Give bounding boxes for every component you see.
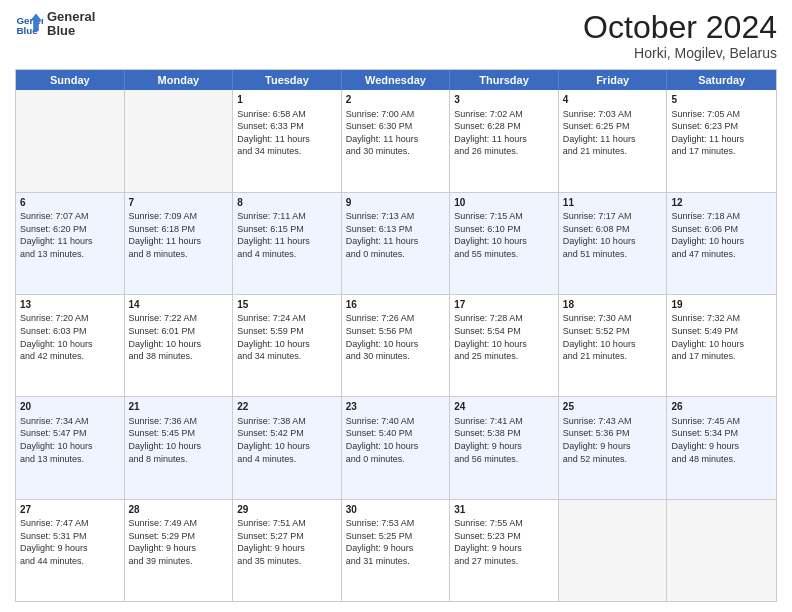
day-number: 28 bbox=[129, 503, 229, 517]
day-number: 15 bbox=[237, 298, 337, 312]
calendar-cell: 18Sunrise: 7:30 AM Sunset: 5:52 PM Dayli… bbox=[559, 295, 668, 396]
calendar-cell bbox=[16, 90, 125, 191]
calendar-cell: 1Sunrise: 6:58 AM Sunset: 6:33 PM Daylig… bbox=[233, 90, 342, 191]
cell-info: Sunrise: 7:05 AM Sunset: 6:23 PM Dayligh… bbox=[671, 108, 772, 158]
cell-info: Sunrise: 7:36 AM Sunset: 5:45 PM Dayligh… bbox=[129, 415, 229, 465]
cell-info: Sunrise: 7:34 AM Sunset: 5:47 PM Dayligh… bbox=[20, 415, 120, 465]
calendar-header-cell: Thursday bbox=[450, 70, 559, 90]
cell-info: Sunrise: 7:18 AM Sunset: 6:06 PM Dayligh… bbox=[671, 210, 772, 260]
calendar-cell: 5Sunrise: 7:05 AM Sunset: 6:23 PM Daylig… bbox=[667, 90, 776, 191]
calendar-cell: 3Sunrise: 7:02 AM Sunset: 6:28 PM Daylig… bbox=[450, 90, 559, 191]
cell-info: Sunrise: 7:24 AM Sunset: 5:59 PM Dayligh… bbox=[237, 312, 337, 362]
cell-info: Sunrise: 7:30 AM Sunset: 5:52 PM Dayligh… bbox=[563, 312, 663, 362]
calendar-cell: 27Sunrise: 7:47 AM Sunset: 5:31 PM Dayli… bbox=[16, 500, 125, 601]
cell-info: Sunrise: 7:17 AM Sunset: 6:08 PM Dayligh… bbox=[563, 210, 663, 260]
calendar-cell bbox=[667, 500, 776, 601]
day-number: 25 bbox=[563, 400, 663, 414]
cell-info: Sunrise: 7:28 AM Sunset: 5:54 PM Dayligh… bbox=[454, 312, 554, 362]
cell-info: Sunrise: 7:40 AM Sunset: 5:40 PM Dayligh… bbox=[346, 415, 446, 465]
calendar-cell: 30Sunrise: 7:53 AM Sunset: 5:25 PM Dayli… bbox=[342, 500, 451, 601]
day-number: 1 bbox=[237, 93, 337, 107]
cell-info: Sunrise: 7:15 AM Sunset: 6:10 PM Dayligh… bbox=[454, 210, 554, 260]
cell-info: Sunrise: 7:22 AM Sunset: 6:01 PM Dayligh… bbox=[129, 312, 229, 362]
calendar-cell: 21Sunrise: 7:36 AM Sunset: 5:45 PM Dayli… bbox=[125, 397, 234, 498]
calendar-cell: 29Sunrise: 7:51 AM Sunset: 5:27 PM Dayli… bbox=[233, 500, 342, 601]
subtitle: Horki, Mogilev, Belarus bbox=[583, 45, 777, 61]
calendar-row: 6Sunrise: 7:07 AM Sunset: 6:20 PM Daylig… bbox=[16, 192, 776, 294]
cell-info: Sunrise: 7:02 AM Sunset: 6:28 PM Dayligh… bbox=[454, 108, 554, 158]
day-number: 20 bbox=[20, 400, 120, 414]
day-number: 9 bbox=[346, 196, 446, 210]
logo-icon: General Blue bbox=[15, 10, 43, 38]
cell-info: Sunrise: 7:09 AM Sunset: 6:18 PM Dayligh… bbox=[129, 210, 229, 260]
day-number: 22 bbox=[237, 400, 337, 414]
calendar-row: 1Sunrise: 6:58 AM Sunset: 6:33 PM Daylig… bbox=[16, 90, 776, 191]
cell-info: Sunrise: 7:00 AM Sunset: 6:30 PM Dayligh… bbox=[346, 108, 446, 158]
logo-text: General Blue bbox=[47, 10, 95, 39]
day-number: 2 bbox=[346, 93, 446, 107]
calendar-header-cell: Tuesday bbox=[233, 70, 342, 90]
header: General Blue General Blue October 2024 H… bbox=[15, 10, 777, 61]
day-number: 31 bbox=[454, 503, 554, 517]
title-block: October 2024 Horki, Mogilev, Belarus bbox=[583, 10, 777, 61]
logo: General Blue General Blue bbox=[15, 10, 95, 39]
main-title: October 2024 bbox=[583, 10, 777, 45]
calendar-row: 27Sunrise: 7:47 AM Sunset: 5:31 PM Dayli… bbox=[16, 499, 776, 601]
calendar-cell: 20Sunrise: 7:34 AM Sunset: 5:47 PM Dayli… bbox=[16, 397, 125, 498]
cell-info: Sunrise: 7:07 AM Sunset: 6:20 PM Dayligh… bbox=[20, 210, 120, 260]
cell-info: Sunrise: 7:45 AM Sunset: 5:34 PM Dayligh… bbox=[671, 415, 772, 465]
day-number: 14 bbox=[129, 298, 229, 312]
calendar-cell: 7Sunrise: 7:09 AM Sunset: 6:18 PM Daylig… bbox=[125, 193, 234, 294]
calendar-cell: 4Sunrise: 7:03 AM Sunset: 6:25 PM Daylig… bbox=[559, 90, 668, 191]
cell-info: Sunrise: 7:38 AM Sunset: 5:42 PM Dayligh… bbox=[237, 415, 337, 465]
calendar-cell: 26Sunrise: 7:45 AM Sunset: 5:34 PM Dayli… bbox=[667, 397, 776, 498]
calendar-cell: 14Sunrise: 7:22 AM Sunset: 6:01 PM Dayli… bbox=[125, 295, 234, 396]
day-number: 4 bbox=[563, 93, 663, 107]
calendar-header-cell: Wednesday bbox=[342, 70, 451, 90]
calendar-cell: 6Sunrise: 7:07 AM Sunset: 6:20 PM Daylig… bbox=[16, 193, 125, 294]
calendar-cell: 28Sunrise: 7:49 AM Sunset: 5:29 PM Dayli… bbox=[125, 500, 234, 601]
calendar-header-cell: Saturday bbox=[667, 70, 776, 90]
cell-info: Sunrise: 6:58 AM Sunset: 6:33 PM Dayligh… bbox=[237, 108, 337, 158]
day-number: 11 bbox=[563, 196, 663, 210]
calendar-cell: 15Sunrise: 7:24 AM Sunset: 5:59 PM Dayli… bbox=[233, 295, 342, 396]
day-number: 8 bbox=[237, 196, 337, 210]
calendar-cell: 19Sunrise: 7:32 AM Sunset: 5:49 PM Dayli… bbox=[667, 295, 776, 396]
cell-info: Sunrise: 7:43 AM Sunset: 5:36 PM Dayligh… bbox=[563, 415, 663, 465]
day-number: 6 bbox=[20, 196, 120, 210]
calendar-header-cell: Monday bbox=[125, 70, 234, 90]
calendar-row: 13Sunrise: 7:20 AM Sunset: 6:03 PM Dayli… bbox=[16, 294, 776, 396]
day-number: 19 bbox=[671, 298, 772, 312]
day-number: 10 bbox=[454, 196, 554, 210]
calendar-cell: 23Sunrise: 7:40 AM Sunset: 5:40 PM Dayli… bbox=[342, 397, 451, 498]
calendar-header-cell: Sunday bbox=[16, 70, 125, 90]
calendar-body: 1Sunrise: 6:58 AM Sunset: 6:33 PM Daylig… bbox=[16, 90, 776, 601]
page: General Blue General Blue October 2024 H… bbox=[0, 0, 792, 612]
day-number: 16 bbox=[346, 298, 446, 312]
calendar-header: SundayMondayTuesdayWednesdayThursdayFrid… bbox=[16, 70, 776, 90]
logo-line2: Blue bbox=[47, 24, 95, 38]
calendar-cell bbox=[559, 500, 668, 601]
cell-info: Sunrise: 7:51 AM Sunset: 5:27 PM Dayligh… bbox=[237, 517, 337, 567]
calendar-cell: 12Sunrise: 7:18 AM Sunset: 6:06 PM Dayli… bbox=[667, 193, 776, 294]
cell-info: Sunrise: 7:49 AM Sunset: 5:29 PM Dayligh… bbox=[129, 517, 229, 567]
cell-info: Sunrise: 7:53 AM Sunset: 5:25 PM Dayligh… bbox=[346, 517, 446, 567]
day-number: 29 bbox=[237, 503, 337, 517]
day-number: 17 bbox=[454, 298, 554, 312]
day-number: 13 bbox=[20, 298, 120, 312]
calendar-cell: 16Sunrise: 7:26 AM Sunset: 5:56 PM Dayli… bbox=[342, 295, 451, 396]
day-number: 23 bbox=[346, 400, 446, 414]
cell-info: Sunrise: 7:03 AM Sunset: 6:25 PM Dayligh… bbox=[563, 108, 663, 158]
day-number: 3 bbox=[454, 93, 554, 107]
calendar-cell: 10Sunrise: 7:15 AM Sunset: 6:10 PM Dayli… bbox=[450, 193, 559, 294]
day-number: 30 bbox=[346, 503, 446, 517]
cell-info: Sunrise: 7:47 AM Sunset: 5:31 PM Dayligh… bbox=[20, 517, 120, 567]
calendar: SundayMondayTuesdayWednesdayThursdayFrid… bbox=[15, 69, 777, 602]
day-number: 12 bbox=[671, 196, 772, 210]
calendar-header-cell: Friday bbox=[559, 70, 668, 90]
calendar-cell bbox=[125, 90, 234, 191]
day-number: 24 bbox=[454, 400, 554, 414]
calendar-cell: 9Sunrise: 7:13 AM Sunset: 6:13 PM Daylig… bbox=[342, 193, 451, 294]
calendar-cell: 2Sunrise: 7:00 AM Sunset: 6:30 PM Daylig… bbox=[342, 90, 451, 191]
calendar-cell: 17Sunrise: 7:28 AM Sunset: 5:54 PM Dayli… bbox=[450, 295, 559, 396]
